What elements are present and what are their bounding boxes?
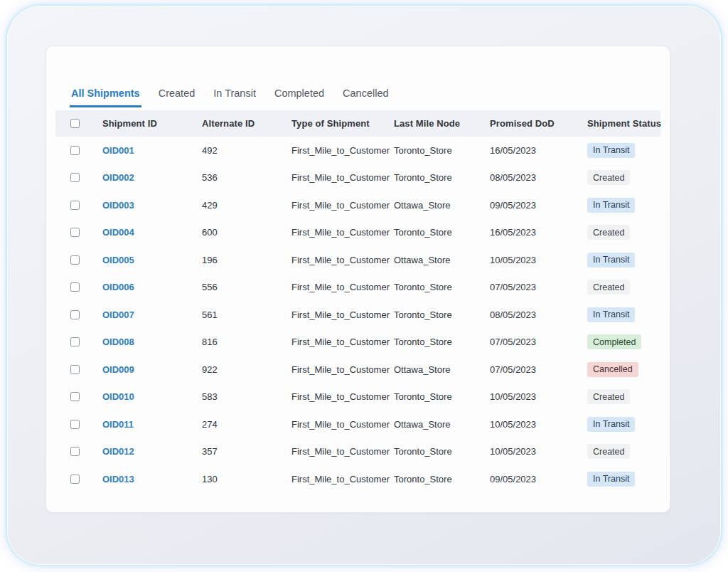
shipments-panel: All ShipmentsCreatedIn TransitCompletedC… <box>46 46 670 513</box>
promised-dod-cell: 16/05/2023 <box>490 145 587 156</box>
row-checkbox[interactable] <box>70 173 80 182</box>
row-checkbox[interactable] <box>70 420 80 429</box>
type-of-shipment-cell: First_Mile_to_Customer <box>291 337 394 347</box>
tab-all-shipments[interactable]: All Shipments <box>70 88 141 107</box>
promised-dod-cell: 08/05/2023 <box>490 309 587 320</box>
status-cell: Created <box>587 280 660 295</box>
shipment-id-link[interactable]: OID004 <box>102 227 134 238</box>
row-checkbox-cell <box>55 173 102 182</box>
status-badge: Created <box>587 225 630 240</box>
column-header: Shipment ID <box>102 118 202 129</box>
column-header: Type of Shipment <box>291 118 394 129</box>
shipment-id-link[interactable]: OID012 <box>102 446 134 457</box>
shipment-id-link[interactable]: OID008 <box>102 337 134 347</box>
row-checkbox[interactable] <box>70 228 80 237</box>
shipment-id-cell: OID005 <box>102 255 202 265</box>
tab-in-transit[interactable]: In Transit <box>212 88 257 107</box>
table-body: OID001 492 First_Mile_to_Customer Toront… <box>55 137 660 493</box>
device-frame: All ShipmentsCreatedIn TransitCompletedC… <box>7 6 721 565</box>
row-checkbox[interactable] <box>70 475 80 484</box>
type-of-shipment-cell: First_Mile_to_Customer <box>291 419 394 430</box>
status-badge: In Transit <box>587 143 635 158</box>
table-row: OID008 816 First_Mile_to_Customer Toront… <box>55 329 660 356</box>
row-checkbox[interactable] <box>70 146 80 155</box>
type-of-shipment-cell: First_Mile_to_Customer <box>291 255 394 265</box>
status-badge: Created <box>587 444 630 459</box>
shipment-id-link[interactable]: OID001 <box>102 145 134 156</box>
table-row: OID004 600 First_Mile_to_Customer Toront… <box>55 219 660 247</box>
row-checkbox[interactable] <box>70 365 80 374</box>
last-mile-node-cell: Ottawa_Store <box>394 255 490 265</box>
shipment-id-link[interactable]: OID013 <box>102 474 134 484</box>
row-checkbox[interactable] <box>70 282 80 292</box>
shipment-id-cell: OID010 <box>102 391 202 402</box>
status-badge: In Transit <box>587 307 635 322</box>
type-of-shipment-cell: First_Mile_to_Customer <box>291 364 394 375</box>
promised-dod-cell: 09/05/2023 <box>490 200 587 211</box>
status-cell: Cancelled <box>587 362 660 377</box>
shipment-id-cell: OID011 <box>102 419 202 430</box>
promised-dod-cell: 07/05/2023 <box>490 364 587 375</box>
select-all-checkbox[interactable] <box>70 119 80 128</box>
shipment-id-link[interactable]: OID010 <box>102 391 134 402</box>
type-of-shipment-cell: First_Mile_to_Customer <box>291 446 394 457</box>
shipment-id-cell: OID007 <box>102 309 202 320</box>
status-badge: In Transit <box>587 198 635 213</box>
row-checkbox[interactable] <box>70 255 80 265</box>
last-mile-node-cell: Ottawa_Store <box>394 200 490 211</box>
tab-completed[interactable]: Completed <box>273 88 326 107</box>
table-row: OID006 556 First_Mile_to_Customer Toront… <box>55 274 660 302</box>
table-header-row: Shipment IDAlternate IDType of ShipmentL… <box>55 110 660 137</box>
status-badge: Created <box>587 280 630 295</box>
row-checkbox-cell <box>55 420 102 429</box>
table-row: OID011 274 First_Mile_to_Customer Ottawa… <box>55 411 660 438</box>
shipment-id-link[interactable]: OID005 <box>102 255 134 265</box>
last-mile-node-cell: Ottawa_Store <box>394 419 490 430</box>
promised-dod-cell: 16/05/2023 <box>490 227 587 238</box>
status-badge: In Transit <box>587 253 635 268</box>
row-checkbox[interactable] <box>70 310 80 319</box>
last-mile-node-cell: Toronto_Store <box>394 337 490 347</box>
alternate-id-cell: 274 <box>202 419 291 430</box>
promised-dod-cell: 10/05/2023 <box>490 446 587 457</box>
alternate-id-cell: 583 <box>202 391 291 402</box>
row-checkbox[interactable] <box>70 337 80 346</box>
status-badge: In Transit <box>587 472 635 487</box>
shipment-id-link[interactable]: OID009 <box>102 364 134 375</box>
row-checkbox[interactable] <box>70 392 80 401</box>
table-row: OID010 583 First_Mile_to_Customer Toront… <box>55 383 660 411</box>
alternate-id-cell: 556 <box>202 282 291 292</box>
type-of-shipment-cell: First_Mile_to_Customer <box>291 309 394 320</box>
type-of-shipment-cell: First_Mile_to_Customer <box>291 200 394 211</box>
status-cell: In Transit <box>587 472 660 487</box>
status-cell: Created <box>587 170 660 185</box>
tab-created[interactable]: Created <box>157 88 197 107</box>
row-checkbox-cell <box>55 282 102 292</box>
shipment-id-link[interactable]: OID007 <box>102 309 134 320</box>
status-cell: Created <box>587 444 660 459</box>
table-header-checkbox-cell <box>55 119 102 128</box>
tab-cancelled[interactable]: Cancelled <box>341 88 390 107</box>
promised-dod-cell: 10/05/2023 <box>490 419 587 430</box>
row-checkbox[interactable] <box>70 447 80 456</box>
row-checkbox-cell <box>55 365 102 374</box>
alternate-id-cell: 196 <box>202 255 291 265</box>
row-checkbox-cell <box>55 475 102 484</box>
shipment-id-cell: OID013 <box>102 474 202 484</box>
promised-dod-cell: 10/05/2023 <box>490 391 587 402</box>
type-of-shipment-cell: First_Mile_to_Customer <box>291 172 394 183</box>
type-of-shipment-cell: First_Mile_to_Customer <box>291 282 394 292</box>
table-row: OID002 536 First_Mile_to_Customer Toront… <box>55 164 660 192</box>
row-checkbox-cell <box>55 392 102 401</box>
promised-dod-cell: 10/05/2023 <box>490 255 587 265</box>
shipment-id-link[interactable]: OID002 <box>102 172 134 183</box>
shipment-id-link[interactable]: OID006 <box>102 282 134 292</box>
shipment-id-link[interactable]: OID003 <box>102 200 134 211</box>
type-of-shipment-cell: First_Mile_to_Customer <box>291 391 394 402</box>
column-header: Shipment Status <box>587 118 661 129</box>
row-checkbox[interactable] <box>70 201 80 210</box>
status-badge: Created <box>587 389 630 404</box>
status-cell: In Transit <box>587 253 660 268</box>
table-row: OID007 561 First_Mile_to_Customer Toront… <box>55 301 660 329</box>
shipment-id-link[interactable]: OID011 <box>102 419 134 430</box>
